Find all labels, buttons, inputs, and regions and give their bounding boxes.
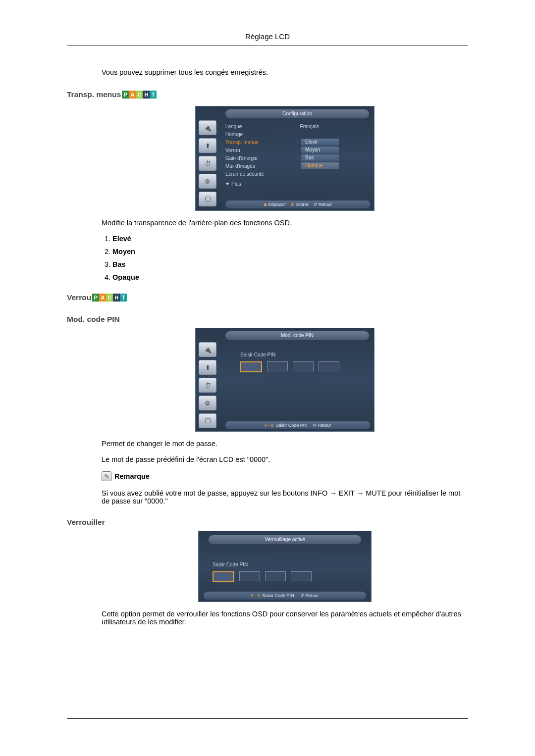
osd1-row-transp: Transp. menus : Elevé: [225, 138, 368, 146]
osd1-title: Configuration: [225, 109, 369, 118]
osd1-ecran-label: Ecran de sécurité: [225, 171, 297, 177]
transp-options: Elevé Moyen Bas Opaque: [112, 235, 468, 281]
osd1-hint-move: Déplacer: [268, 202, 286, 207]
pin-box-2[interactable]: [267, 361, 288, 371]
pacht-badges: P A C H T: [122, 91, 157, 99]
verrouiller-desc: Cette option permet de verrouiller les f…: [102, 610, 468, 626]
section-verrou-title: Verrou P A C H T: [67, 293, 468, 302]
osd1-sep2: :: [297, 155, 301, 161]
note-text: Si vous avez oublié votre mot de passe, …: [102, 489, 468, 505]
osd2-icon-clock: ⏱: [199, 378, 216, 393]
verrouiller-title: Verrouiller: [67, 518, 468, 527]
opt-3-label: Bas: [112, 260, 126, 268]
osd1-row-horloge: Horloge: [225, 130, 368, 138]
osd1-body: Langue : Français Horloge Transp. menus …: [225, 122, 368, 188]
note-row: ✎ Remarque: [102, 471, 468, 481]
osd1-sep: :: [297, 140, 301, 145]
pacht-badges-2: P A C H T: [92, 294, 127, 302]
osd2-hint-digits: 0 - 9: [265, 423, 273, 428]
footer-rule: [67, 718, 468, 719]
osd3-body: Saisir Code PIN: [199, 546, 371, 582]
osd3-wrap: Verrouillage activé Saisir Code PIN 0 - …: [102, 531, 468, 602]
osd2-wrap: Mod. code PIN 🔌 ⬆ ⏱ ⚙ 🖵 Saisir Code PIN: [102, 328, 468, 432]
note-icon: ✎: [102, 471, 111, 481]
osd2-icon-gear: ⚙: [199, 396, 216, 410]
osd1-row-mur: Mur d'images Opaque: [225, 162, 368, 170]
osd2-pin-label: Saisir Code PIN: [240, 352, 368, 357]
osd1-opt-bas: Bas: [301, 154, 339, 161]
osd1-wrap: Configuration 🔌 ⬆ ⏱ ⚙ 🖵 Langue : Françai…: [102, 106, 468, 211]
opt-4-label: Opaque: [112, 273, 139, 281]
osd2-icon-screen: 🖵: [199, 413, 216, 428]
osd1-sidebar: 🔌 ⬆ ⏱ ⚙ 🖵: [199, 120, 220, 206]
page-title: Réglage LCD: [67, 32, 468, 46]
page: Réglage LCD Vous pouvez supprimer tous l…: [0, 0, 535, 756]
transp-desc: Modifie la transparence de l'arrière-pla…: [102, 219, 468, 227]
verrou-title-text: Verrou: [67, 293, 91, 302]
hint-ret-icon2: ↺: [313, 423, 317, 428]
hint-ret-icon3: ↺: [300, 593, 304, 598]
osd1-horloge-label: Horloge: [225, 132, 297, 137]
osd2-hint-ret: Retour: [318, 423, 331, 428]
pin-box-4[interactable]: [319, 361, 339, 371]
osd2-hint-enter: Saisir Code PIN: [276, 423, 308, 428]
modpin-desc1: Permet de changer le mot de passe.: [102, 440, 468, 448]
note-label: Remarque: [114, 472, 150, 480]
badge-p: P: [122, 91, 129, 99]
osd-icon-plug: 🔌: [199, 120, 216, 135]
opt-3: Bas: [112, 260, 468, 268]
badge-c: C: [136, 91, 143, 99]
pin-box-3[interactable]: [293, 361, 314, 371]
osd3-hint: 0 - 9 Saisir Code PIN ↺ Retour: [204, 592, 366, 600]
opt-1-label: Elevé: [112, 235, 131, 243]
osd-icon-screen: 🖵: [199, 192, 216, 206]
badge-t: T: [150, 91, 157, 99]
osd1-hint-enter: Entrer: [296, 202, 309, 207]
badge2-t: T: [120, 294, 127, 302]
osd1-row-verrou: Verrou Moyen: [225, 146, 368, 154]
opt-2: Moyen: [112, 248, 468, 255]
badge2-c: C: [106, 294, 113, 302]
osd1-plus: Plus: [231, 181, 241, 187]
osd3-hint-enter: Saisir Code PIN: [262, 593, 294, 598]
osd2-hint: 0 - 9 Saisir Code PIN ↺ Retour: [225, 421, 370, 429]
osd3-title: Verrouillage activé: [209, 535, 361, 544]
osd2-sidebar: 🔌 ⬆ ⏱ ⚙ 🖵: [199, 342, 220, 428]
badge-h: H: [143, 91, 150, 99]
osd3-pin-boxes: [213, 571, 371, 582]
pin-box-1[interactable]: [240, 361, 262, 372]
osd1-opt-moyen: Moyen: [301, 147, 339, 153]
badge2-p: P: [92, 294, 99, 302]
section-transp-title: Transp. menus P A C H T: [67, 90, 468, 99]
osd-configuration: Configuration 🔌 ⬆ ⏱ ⚙ 🖵 Langue : Françai…: [195, 106, 374, 211]
osd2-body: Saisir Code PIN: [225, 352, 368, 372]
opt-2-label: Moyen: [112, 248, 135, 255]
osd-modpin: Mod. code PIN 🔌 ⬆ ⏱ ⚙ 🖵 Saisir Code PIN: [195, 328, 374, 432]
osd2-title: Mod. code PIN: [225, 331, 369, 340]
osd1-langue-label: Langue: [225, 124, 297, 129]
osd1-verrou-label: Verrou: [225, 148, 297, 153]
modpin-desc2: Le mot de passe prédéfini de l'écran LCD…: [102, 455, 468, 463]
osd1-opt-eleve: Elevé: [301, 139, 339, 146]
osd1-row-langue: Langue : Français: [225, 122, 368, 130]
osd1-gain-label: Gain d'énergie: [225, 155, 297, 161]
intro-text: Vous pouvez supprimer tous les congés en…: [102, 68, 468, 76]
opt-1: Elevé: [112, 235, 468, 243]
osd1-langue-value: : Français: [297, 124, 319, 129]
content: Vous pouvez supprimer tous les congés en…: [102, 68, 468, 626]
pin3-box-1[interactable]: [213, 571, 234, 582]
osd-icon-clock: ⏱: [199, 156, 216, 171]
osd1-row-gain: Gain d'énergie : Bas: [225, 154, 368, 162]
osd2-pin-boxes: [240, 361, 368, 372]
badge2-a: A: [99, 294, 106, 302]
modpin-title: Mod. code PIN: [67, 315, 468, 324]
pin3-box-4[interactable]: [291, 571, 312, 581]
pin3-box-2[interactable]: [239, 571, 260, 581]
osd2-icon-input: ⬆: [199, 360, 216, 375]
osd1-transp-label: Transp. menus: [225, 140, 297, 145]
pin3-box-3[interactable]: [265, 571, 286, 581]
chevron-down-icon: [225, 183, 229, 185]
osd1-row-plus: Plus: [225, 180, 368, 188]
osd1-hint: ◆ Déplacer ⊞ Entrer ↺ Retour: [225, 201, 370, 208]
osd1-row-ecran: Ecran de sécurité: [225, 170, 368, 178]
